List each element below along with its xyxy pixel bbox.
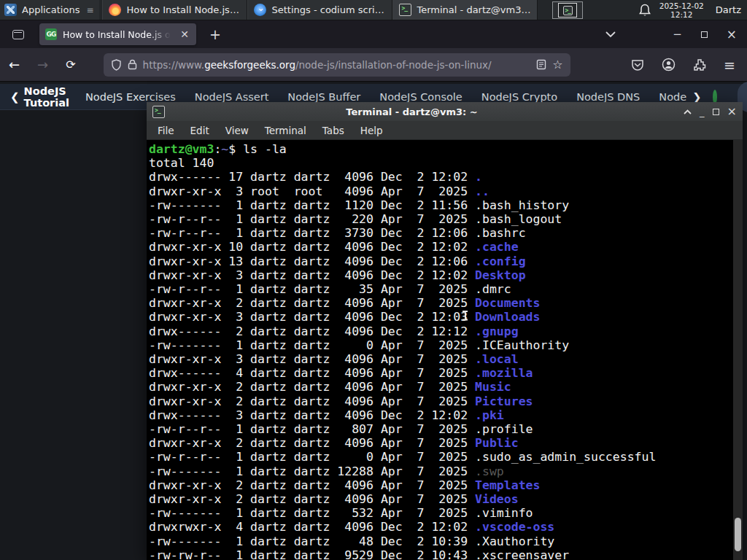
nav-link[interactable]: NodeJS Assert [195, 91, 269, 103]
extensions-puzzle-icon[interactable] [693, 58, 706, 71]
firefox-tab-bar: GG How to Install Node.js on ✕ + − × [0, 20, 747, 48]
close-window-icon[interactable]: × [727, 106, 737, 117]
terminal-listing-line: -rw------- 1 dartz dartz 48 Dec 2 10:39 … [149, 534, 743, 548]
taskbar-button[interactable]: Settings - codium script... [247, 0, 392, 20]
terminal-scrollbar-thumb[interactable] [735, 518, 741, 551]
menu-view[interactable]: View [219, 122, 255, 139]
shade-window-icon[interactable] [684, 109, 692, 114]
applications-menu-button[interactable]: Applications ≡ [0, 0, 99, 20]
clock-time: 12:12 [659, 10, 704, 19]
nav-link-primary[interactable]: NodeJS Tutorial [24, 85, 69, 109]
url-path: /node-js/installation-of-node-js-on-linu… [295, 59, 492, 71]
terminal-listing-line: drwxr-xr-x 2 dartz dartz 4096 Apr 7 2025… [149, 492, 743, 506]
geeksforgeeks-favicon: GG [45, 28, 57, 40]
browser-tab[interactable]: GG How to Install Node.js on ✕ [39, 23, 196, 45]
terminal-listing-line: -rw------- 1 dartz dartz 1120 Dec 2 11:5… [149, 198, 743, 212]
scroll-left-icon[interactable]: ❮ [0, 90, 24, 104]
terminal-listing-line: drwxr-xr-x 3 dartz dartz 4096 Dec 2 12:0… [149, 268, 743, 282]
window-restore-button[interactable] [701, 31, 708, 38]
menu-terminal[interactable]: Terminal [258, 122, 313, 139]
terminal-scrollbar[interactable] [733, 140, 743, 560]
nav-link[interactable]: NodeJS DNS [576, 91, 640, 103]
vscodium-icon [254, 4, 266, 16]
terminal-listing-line: -rw------- 1 dartz dartz 532 Apr 7 2025 … [149, 506, 743, 520]
firefox-icon [109, 4, 121, 16]
window-minimize-button[interactable]: − [673, 28, 682, 41]
terminal-listing-line: drwxr-xr-x 13 dartz dartz 4096 Dec 2 12:… [149, 254, 743, 268]
address-bar[interactable]: https://www.geeksforgeeks.org/node-js/in… [104, 53, 570, 77]
terminal-listing-line: drwxr-xr-x 10 dartz dartz 4096 Dec 2 12:… [149, 240, 743, 254]
account-icon[interactable] [662, 58, 676, 71]
back-button[interactable]: ← [0, 57, 28, 72]
bookmark-star-icon[interactable]: ☆ [552, 58, 562, 71]
taskbar-button[interactable]: How to Install Node.js o... [102, 0, 247, 20]
terminal-listing-line: drwxr-xr-x 2 dartz dartz 4096 Apr 7 2025… [149, 436, 743, 450]
terminal-listing-line: -rw-r--r-- 1 dartz dartz 0 Apr 7 2025 .s… [149, 450, 743, 464]
tab-close-icon[interactable]: ✕ [179, 28, 190, 40]
terminal-listing-line: drwx------ 3 dartz dartz 4096 Dec 2 12:0… [149, 408, 743, 422]
tracking-shield-icon[interactable] [111, 59, 122, 71]
terminal-prompt-line: dartz@vm3:~$ ls -la [149, 142, 743, 156]
nav-link[interactable]: NodeJS Crypto [481, 91, 557, 103]
panel-status-area: 2025-12-02 12:12 Dartz [639, 0, 747, 20]
terminal-window: Terminal - dartz@vm3: ~ _ × FileEditView… [147, 102, 743, 560]
pocket-icon[interactable] [631, 58, 644, 71]
menu-tabs[interactable]: Tabs [316, 122, 351, 139]
nav-link[interactable]: NodeJS Buffer [287, 91, 360, 103]
url-scheme: https://www. [143, 59, 205, 71]
notification-bell-icon[interactable] [639, 4, 651, 17]
subnav-links: NodeJS ExercisesNodeJS AssertNodeJS Buff… [85, 91, 705, 103]
scroll-right-icon[interactable]: ❯ [692, 91, 701, 103]
firefox-view-button[interactable] [7, 25, 29, 44]
menu-edit[interactable]: Edit [184, 122, 216, 139]
url-domain: geeksforgeeks.org [204, 59, 295, 71]
reader-mode-icon[interactable] [536, 59, 546, 70]
terminal-listing-line: drwxr-xr-x 2 dartz dartz 4096 Apr 7 2025… [149, 296, 743, 310]
terminal-icon [399, 4, 411, 16]
terminal-icon [563, 6, 573, 15]
terminal-window-title: Terminal - dartz@vm3: ~ [147, 106, 677, 117]
menu-file[interactable]: File [151, 122, 181, 139]
terminal-titlebar[interactable]: Terminal - dartz@vm3: ~ _ × [147, 102, 743, 121]
panel-clock[interactable]: 2025-12-02 12:12 [659, 1, 704, 19]
terminal-listing-line: drwxr-xr-x 3 dartz dartz 4096 Dec 2 12:0… [149, 310, 743, 324]
terminal-listing-line: -rw-r--r-- 1 dartz dartz 220 Apr 7 2025 … [149, 212, 743, 226]
nav-link[interactable]: NodeJS Console [379, 91, 462, 103]
reload-button[interactable]: ⟳ [57, 58, 84, 71]
firefox-navigation-toolbar: ← → ⟳ https://www.geeksforgeeks.org/node… [0, 48, 747, 82]
minimize-window-icon[interactable]: _ [700, 107, 705, 117]
terminal-listing-line: drwx------ 4 dartz dartz 4096 Apr 7 2025… [149, 366, 743, 380]
terminal-listing-line: drwx------ 17 dartz dartz 4096 Dec 2 12:… [149, 170, 743, 184]
terminal-listing-line: drwxr-xr-x 3 dartz dartz 4096 Apr 7 2025… [149, 352, 743, 366]
menu-help[interactable]: Help [354, 122, 390, 139]
forward-button[interactable]: → [28, 57, 57, 72]
app-menu-icon[interactable]: ≡ [724, 57, 735, 73]
applications-icon [4, 4, 17, 16]
workspace-pager[interactable] [552, 1, 583, 19]
nav-link[interactable]: Node [659, 91, 686, 103]
maximize-window-icon[interactable] [713, 109, 719, 115]
clock-date: 2025-12-02 [659, 1, 704, 10]
terminal-listing-line: -rw------- 1 dartz dartz 12288 Apr 7 202… [149, 464, 743, 478]
panel-user-menu[interactable]: Dartz [713, 4, 741, 15]
taskbar-button[interactable]: Terminal - dartz@vm3: ~ [392, 0, 538, 20]
terminal-listing-line: -rw------- 1 dartz dartz 0 Apr 7 2025 .I… [149, 338, 743, 352]
list-all-tabs-icon[interactable] [605, 31, 616, 38]
new-tab-button[interactable]: + [205, 26, 225, 42]
taskbar-button-label: How to Install Node.js o... [126, 4, 241, 15]
terminal-listing-line: -rw-r--r-- 1 dartz dartz 35 Apr 7 2025 .… [149, 282, 743, 296]
window-close-button[interactable]: × [727, 27, 737, 42]
terminal-menubar: FileEditViewTerminalTabsHelp [147, 121, 743, 140]
terminal-output[interactable]: dartz@vm3:~$ ls -latotal 140drwx------ 1… [147, 140, 743, 560]
nav-link[interactable]: NodeJS Exercises [85, 91, 176, 103]
terminal-listing-line: drwx------ 2 dartz dartz 4096 Dec 2 12:1… [149, 324, 743, 338]
terminal-listing-line: drwxr-xr-x 2 dartz dartz 4096 Apr 7 2025… [149, 394, 743, 408]
desktop: Applications ≡ How to Install Node.js o.… [0, 0, 747, 560]
firefox-view-icon [12, 30, 24, 39]
tab-title: How to Install Node.js on [63, 29, 173, 40]
terminal-listing-line: drwxr-xr-x 2 dartz dartz 4096 Apr 7 2025… [149, 380, 743, 394]
terminal-listing-line: drwxrwxr-x 4 dartz dartz 4096 Dec 2 12:0… [149, 520, 743, 534]
xfce-panel: Applications ≡ How to Install Node.js o.… [0, 0, 747, 20]
lock-icon[interactable] [128, 59, 137, 70]
taskbar-button-label: Terminal - dartz@vm3: ~ [417, 4, 531, 15]
